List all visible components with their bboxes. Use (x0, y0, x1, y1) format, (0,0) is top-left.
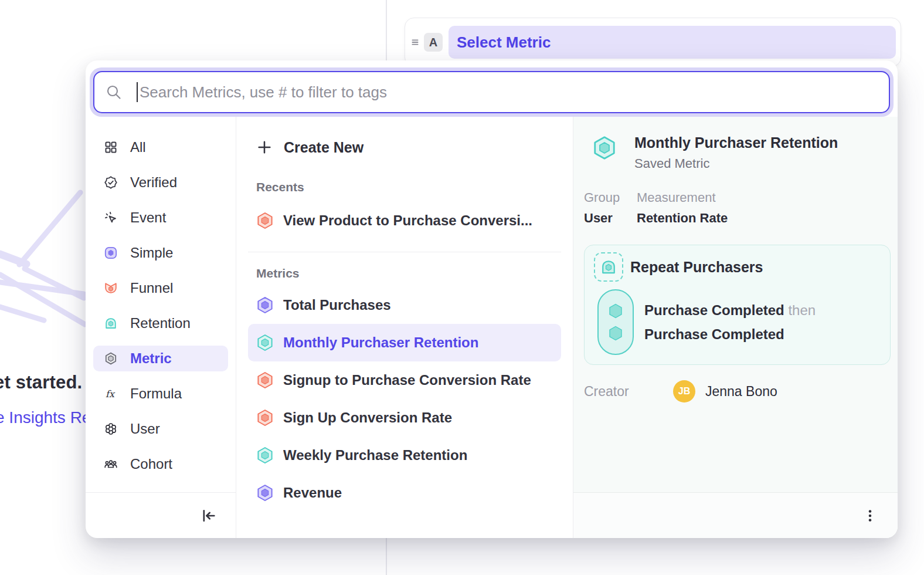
sidebar-item-retention[interactable]: Retention (93, 310, 228, 336)
user-cluster-icon (104, 422, 118, 436)
details-subtitle: Saved Metric (634, 156, 838, 171)
step-hexagon-icon (607, 324, 624, 342)
metric-item-monthly-purchaser-retention[interactable]: Monthly Purchaser Retention (248, 324, 561, 361)
step-connector: then (788, 302, 816, 318)
divider (248, 252, 561, 252)
select-metric-button[interactable]: Select Metric (449, 26, 896, 59)
create-new-button[interactable]: Create New (248, 134, 561, 160)
repeat-purchasers-card: Repeat Purchasers (584, 245, 891, 365)
sidebar-item-simple[interactable]: Simple (93, 240, 228, 266)
sidebar-item-cohort[interactable]: Cohort (93, 451, 228, 477)
sidebar-footer (86, 492, 236, 538)
recent-item-label: View Product to Purchase Conversi... (283, 212, 532, 229)
metric-hexagon-icon (256, 334, 274, 351)
measurement-value: Retention Rate (637, 211, 728, 226)
simple-icon (104, 246, 118, 260)
group-label: Group (584, 190, 637, 205)
details-meta: Group User Measurement Retention Rate (584, 190, 891, 226)
series-a-badge: A (424, 33, 443, 52)
step-1-event: Purchase Completed (644, 302, 784, 318)
recent-item-view-product[interactable]: View Product to Purchase Conversi... (248, 204, 561, 238)
category-sidebar: All Verified (86, 117, 236, 538)
sidebar-item-label: Event (130, 209, 166, 226)
metric-hexagon-icon (256, 371, 274, 389)
metric-item-label: Sign Up Conversion Rate (283, 410, 452, 426)
metric-item-label: Total Purchases (283, 297, 391, 313)
create-new-label: Create New (284, 139, 364, 156)
collapse-left-icon[interactable] (201, 508, 217, 524)
metric-item-total-purchases[interactable]: Total Purchases (248, 286, 561, 324)
category-list: All Verified (86, 117, 236, 492)
details-header: Monthly Purchaser Retention Saved Metric (584, 134, 891, 171)
creator-row: Creator JB Jenna Bono (584, 380, 891, 402)
verified-badge-icon (104, 175, 118, 190)
metric-details-panel: Monthly Purchaser Retention Saved Metric… (573, 117, 898, 538)
avatar: JB (673, 380, 695, 402)
details-title: Monthly Purchaser Retention (634, 134, 838, 151)
retention-metric-hexagon-icon (592, 136, 617, 160)
svg-text:fx: fx (106, 388, 116, 400)
metrics-section-title: Metrics (248, 266, 561, 280)
metric-hexagon-icon (256, 447, 274, 464)
cohort-people-icon (104, 457, 118, 471)
event-cursor-icon (104, 211, 118, 225)
metric-item-signup-to-purchase[interactable]: Signup to Purchase Conversion Rate (248, 361, 561, 399)
step-2: Purchase Completed (644, 322, 816, 346)
step-hexagon-icon (607, 302, 624, 320)
search-icon (105, 83, 123, 101)
steps-capsule (597, 289, 634, 355)
sidebar-item-funnel[interactable]: Funnel (93, 275, 228, 301)
metric-bar-card: A Select Metric (405, 18, 901, 67)
select-metric-label: Select Metric (457, 33, 551, 52)
drag-handle-icon[interactable] (409, 36, 422, 49)
sidebar-item-label: Verified (130, 174, 177, 191)
formula-fx-icon: fx (104, 387, 118, 401)
search-bar (93, 71, 890, 113)
recents-section-title: Recents (248, 180, 561, 194)
sidebar-item-metric[interactable]: Metric (93, 346, 228, 371)
sidebar-item-label: Metric (130, 350, 172, 367)
sidebar-item-event[interactable]: Event (93, 205, 228, 231)
sidebar-item-label: User (130, 421, 160, 437)
retention-arch-icon (600, 258, 617, 276)
metric-item-label: Weekly Purchase Retention (283, 447, 467, 464)
search-focus-ring (90, 67, 894, 117)
metric-picker-modal: All Verified (86, 60, 898, 538)
page: et started. e Insights Re A Select Metri… (0, 0, 924, 575)
kebab-menu-icon[interactable] (862, 508, 878, 523)
metric-item-label: Revenue (283, 485, 342, 501)
plus-icon (256, 139, 273, 155)
sidebar-item-label: Funnel (130, 280, 173, 296)
step-1: Purchase Completed then (644, 298, 816, 322)
measurement-label: Measurement (637, 190, 728, 205)
sidebar-item-verified[interactable]: Verified (93, 170, 228, 195)
card-title: Repeat Purchasers (630, 259, 763, 276)
background-insights-link-fragment[interactable]: e Insights Re (0, 408, 91, 427)
sidebar-item-label: All (130, 139, 146, 155)
cohort-dashed-icon (594, 252, 623, 282)
metric-item-weekly-purchase-retention[interactable]: Weekly Purchase Retention (248, 437, 561, 474)
metric-list-column: Create New Recents View Product to Purch… (236, 117, 573, 538)
metric-hexagon-icon (256, 296, 274, 314)
metric-item-label: Signup to Purchase Conversion Rate (283, 372, 531, 388)
creator-name: Jenna Bono (705, 384, 777, 400)
metric-item-revenue[interactable]: Revenue (248, 474, 561, 512)
group-value: User (584, 211, 637, 226)
grid-icon (104, 140, 118, 154)
sidebar-item-label: Formula (130, 385, 182, 402)
details-footer (573, 492, 898, 538)
retention-icon (104, 316, 118, 330)
sidebar-item-user[interactable]: User (93, 416, 228, 442)
background-heading-fragment: et started. (0, 372, 82, 393)
metric-hexagon-icon (104, 351, 118, 366)
metric-item-sign-up-conversion-rate[interactable]: Sign Up Conversion Rate (248, 399, 561, 437)
funnel-icon (104, 281, 118, 295)
metric-hexagon-icon (256, 409, 274, 427)
sidebar-item-all[interactable]: All (93, 134, 228, 160)
decorative-chart-lines (0, 187, 88, 340)
metric-hexagon-icon (256, 484, 274, 502)
sidebar-item-label: Simple (130, 245, 173, 261)
search-input[interactable] (138, 83, 878, 102)
metric-item-label: Monthly Purchaser Retention (283, 334, 478, 351)
sidebar-item-formula[interactable]: fx Formula (93, 381, 228, 407)
